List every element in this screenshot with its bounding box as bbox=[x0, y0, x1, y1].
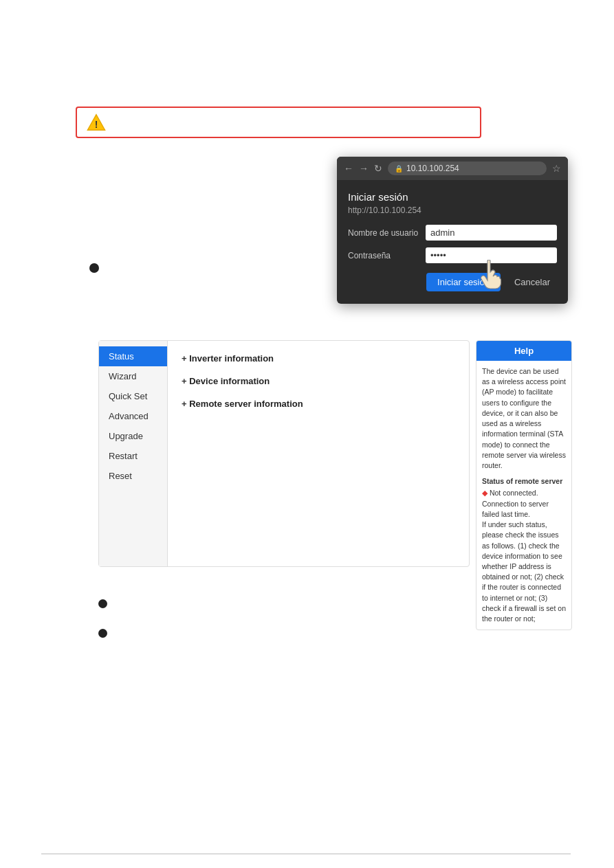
help-status-dot: ◆ bbox=[482, 489, 487, 497]
bottom-divider bbox=[41, 854, 571, 854]
username-input[interactable] bbox=[426, 225, 557, 241]
bookmark-icon[interactable]: ☆ bbox=[552, 163, 561, 174]
nav-item-upgrade[interactable]: Upgrade bbox=[99, 426, 167, 446]
help-status-text: Not connected. bbox=[490, 489, 538, 497]
help-header: Help bbox=[476, 341, 571, 361]
nav-item-reset[interactable]: Reset bbox=[99, 466, 167, 486]
warning-icon: ! bbox=[87, 113, 106, 132]
username-field-row: Nombre de usuario bbox=[348, 225, 557, 241]
section-device: Device information bbox=[182, 376, 455, 386]
reload-button[interactable]: ↻ bbox=[374, 163, 382, 174]
nav-item-restart[interactable]: Restart bbox=[99, 446, 167, 466]
dialog-buttons: Iniciar sesion Cancelar bbox=[348, 273, 557, 291]
help-panel: Help The device can be used as a wireles… bbox=[476, 340, 572, 630]
bullet-dot-1 bbox=[89, 263, 99, 273]
url-text: 10.10.100.254 bbox=[406, 164, 459, 173]
nav-item-advanced[interactable]: Advanced bbox=[99, 406, 167, 426]
sidebar-nav: Status Wizard Quick Set Advanced Upgrade… bbox=[99, 341, 168, 566]
bottom-bullet-1 bbox=[98, 598, 566, 608]
help-status-text2: Connection to server failed last time. bbox=[482, 500, 549, 518]
username-label: Nombre de usuario bbox=[348, 228, 420, 238]
forward-button[interactable]: → bbox=[359, 163, 369, 174]
back-button[interactable]: ← bbox=[344, 163, 353, 174]
dialog-title: Iniciar sesión bbox=[348, 191, 557, 203]
nav-item-wizard[interactable]: Wizard bbox=[99, 366, 167, 386]
url-bar[interactable]: 🔒 10.10.100.254 bbox=[388, 162, 547, 175]
lock-icon: 🔒 bbox=[395, 165, 403, 173]
bottom-bullet-2 bbox=[98, 627, 566, 638]
nav-item-quickset[interactable]: Quick Set bbox=[99, 386, 167, 406]
section-remote: Remote server information bbox=[182, 399, 455, 409]
help-text-main: The device can be used as a wireless acc… bbox=[482, 367, 566, 469]
warning-banner: ! bbox=[76, 107, 481, 138]
help-body: The device can be used as a wireless acc… bbox=[476, 361, 571, 630]
svg-text:!: ! bbox=[95, 119, 98, 130]
dialog-subtitle: http://10.10.100.254 bbox=[348, 205, 557, 215]
cancel-button[interactable]: Cancelar bbox=[507, 273, 557, 291]
browser-login-dialog: ← → ↻ 🔒 10.10.100.254 ☆ Iniciar sesión h… bbox=[337, 157, 568, 304]
bottom-section bbox=[98, 598, 566, 657]
help-status-title: Status of remote server bbox=[482, 476, 566, 487]
password-field-row: Contraseña bbox=[348, 247, 557, 263]
section-inverter: Inverter information bbox=[182, 353, 455, 364]
login-form: Iniciar sesión http://10.10.100.254 Nomb… bbox=[337, 180, 568, 304]
password-label: Contraseña bbox=[348, 251, 420, 260]
bullet-dot-3 bbox=[98, 629, 107, 638]
cursor-hand bbox=[478, 260, 504, 290]
content-area: Inverter information Device information … bbox=[168, 341, 469, 566]
bullet-dot-2 bbox=[98, 599, 107, 608]
main-panel: Status Wizard Quick Set Advanced Upgrade… bbox=[98, 340, 470, 567]
browser-toolbar: ← → ↻ 🔒 10.10.100.254 ☆ bbox=[337, 157, 568, 180]
nav-item-status[interactable]: Status bbox=[99, 346, 167, 366]
